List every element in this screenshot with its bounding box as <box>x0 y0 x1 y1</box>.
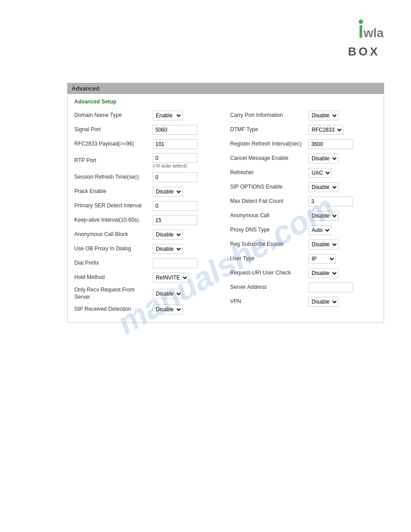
select-hold-method[interactable]: ReINVITEsendonly <box>153 273 189 283</box>
field-control: EnableDisable <box>153 111 217 120</box>
form-row-left: Session Refresh Time(sec) <box>74 171 217 184</box>
form-grid: Domain Name TypeEnableDisableSignal Port… <box>74 109 377 316</box>
form-row-right: DTMF TypeRFC2833SIP INFOINBAND <box>230 124 377 136</box>
select-dtmf-type[interactable]: RFC2833SIP INFOINBAND <box>308 125 343 135</box>
field-control: DisableEnable <box>308 268 377 278</box>
field-control: DisableEnable <box>308 240 377 249</box>
input-signal-port[interactable] <box>153 125 197 135</box>
field-label: Keep-alive Interval(10-60s) <box>74 217 153 224</box>
field-label: Proxy DNS Type <box>230 227 308 234</box>
form-row-left: Primary SER Detect Interval <box>74 200 217 212</box>
field-control <box>153 172 217 182</box>
section-header: Advanced <box>67 83 384 94</box>
field-note: (=0 auto select) <box>153 163 217 168</box>
field-control: DisableEnable <box>308 211 377 221</box>
field-label: Max Detect Fail Count <box>230 198 308 205</box>
input-max-detect-fail-count[interactable] <box>308 197 353 206</box>
field-control: DisableEnable <box>308 111 377 120</box>
field-label: Reg Subscribe Enable <box>230 241 308 248</box>
svg-text:wlan: wlan <box>363 26 384 40</box>
form-row-right: RefresherUACUAS <box>230 167 377 179</box>
form-row-right: Anonymous CallDisableEnable <box>230 210 377 222</box>
field-control: DisableEnable <box>153 187 217 197</box>
field-control: DisableEnable <box>153 305 217 314</box>
select-anonymous-call[interactable]: DisableEnable <box>308 211 338 221</box>
form-row-right: Register Refresh Interval(sec) <box>230 138 377 150</box>
select-sip-received-detection[interactable]: DisableEnable <box>153 305 183 314</box>
form-row-right: Proxy DNS TypeAutoASRV <box>230 224 377 236</box>
select-carry-port-information[interactable]: DisableEnable <box>308 111 338 120</box>
field-control: UACUAS <box>308 168 377 178</box>
form-row-left: Anonymous Call BlockDisableEnable <box>74 228 217 241</box>
select-anonymous-call-block[interactable]: DisableEnable <box>153 230 183 240</box>
field-control <box>153 201 217 211</box>
svg-rect-1 <box>360 26 362 38</box>
select-prack-enable[interactable]: DisableEnable <box>153 187 183 197</box>
logo-area: wlan BOX <box>344 18 384 59</box>
select-refresher[interactable]: UACUAS <box>308 168 332 178</box>
field-control <box>308 139 377 149</box>
field-label: Anonymous Call Block <box>74 231 153 238</box>
field-label: Register Refresh Interval(sec) <box>230 141 308 148</box>
field-label: Use OB Proxy In Dialog <box>74 245 153 253</box>
field-control <box>308 283 377 292</box>
select-cancel-message-enable[interactable]: DisableEnable <box>308 154 338 163</box>
input-server-address[interactable] <box>308 283 353 292</box>
field-label: RTP Port <box>74 157 153 164</box>
field-label: Domain Name Type <box>74 112 153 119</box>
input-primary-ser-detect-interval[interactable] <box>153 201 197 211</box>
field-control <box>153 125 217 135</box>
input-dial-prefix[interactable] <box>153 258 197 268</box>
form-row-left: Domain Name TypeEnableDisable <box>74 109 217 122</box>
select-request-uri-user-check[interactable]: DisableEnable <box>308 268 338 278</box>
field-control: DisableEnable <box>153 230 217 240</box>
field-label: Cancel Message Enable <box>230 155 308 162</box>
form-row-right: Reg Subscribe EnableDisableEnable <box>230 238 377 251</box>
svg-point-0 <box>359 20 363 24</box>
form-row-right: Server Address <box>230 281 377 294</box>
right-column: Carry Port InformationDisableEnableDTMF … <box>226 109 377 316</box>
form-row-right: VPNDisableEnable <box>230 296 377 308</box>
field-label: Carry Port Information <box>230 112 308 119</box>
form-row-left: SIP Received DetectionDisableEnable <box>74 303 217 316</box>
field-label: Server Address <box>230 284 308 291</box>
field-label: DTMF Type <box>230 126 308 133</box>
main-content: Advanced Advanced Setup Domain Name Type… <box>67 83 384 323</box>
input-session-refresh-time(sec)[interactable] <box>153 172 197 182</box>
field-control: AutoASRV <box>308 225 377 235</box>
select-only-recv-request-from-server[interactable]: DisableEnable <box>153 289 183 299</box>
field-label: Dial Prefix <box>74 260 153 267</box>
form-row-left: Use OB Proxy In DialogDisableEnable <box>74 243 217 255</box>
input-keep-alive-interval(10-60s)[interactable] <box>153 215 197 225</box>
field-label: SIP OPTIONS Enable <box>230 184 308 191</box>
field-control: RFC2833SIP INFOINBAND <box>308 125 377 135</box>
select-vpn[interactable]: DisableEnable <box>308 297 338 307</box>
form-row-left: RTP Port(=0 auto select) <box>74 152 217 169</box>
select-use-ob-proxy-in-dialog[interactable]: DisableEnable <box>153 244 183 254</box>
subsection-title: Advanced Setup <box>74 99 377 105</box>
form-row-left: Dial Prefix <box>74 257 217 270</box>
input-rfc2833-payload(>=96)[interactable] <box>153 139 197 149</box>
select-sip-options-enable[interactable]: DisableEnable <box>308 182 338 192</box>
form-row-right: User TypeIPPhone <box>230 253 377 265</box>
section-body: Advanced Setup Domain Name TypeEnableDis… <box>67 94 384 323</box>
logo-box-label: BOX <box>348 45 380 59</box>
select-reg-subscribe-enable[interactable]: DisableEnable <box>308 240 338 249</box>
field-label: User Type <box>230 255 308 262</box>
left-column: Domain Name TypeEnableDisableSignal Port… <box>74 109 226 316</box>
form-row-left: Signal Port <box>74 124 217 136</box>
select-proxy-dns-type[interactable]: AutoASRV <box>308 225 331 235</box>
select-domain-name-type[interactable]: EnableDisable <box>153 111 183 120</box>
form-row-left: RFC2833 Payload(>=96) <box>74 138 217 150</box>
input-register-refresh-interval(sec)[interactable] <box>308 139 353 149</box>
field-control: IPPhone <box>308 254 377 264</box>
field-control <box>153 139 217 149</box>
field-control <box>308 197 377 206</box>
form-row-right: Request-URI User CheckDisableEnable <box>230 267 377 279</box>
input-rtp-port[interactable] <box>153 153 197 163</box>
field-label: Request-URI User Check <box>230 270 308 277</box>
select-user-type[interactable]: IPPhone <box>308 254 336 264</box>
field-control: DisableEnable <box>308 182 377 192</box>
form-row-left: Keep-alive Interval(10-60s) <box>74 214 217 227</box>
field-label: Anonymous Call <box>230 212 308 219</box>
